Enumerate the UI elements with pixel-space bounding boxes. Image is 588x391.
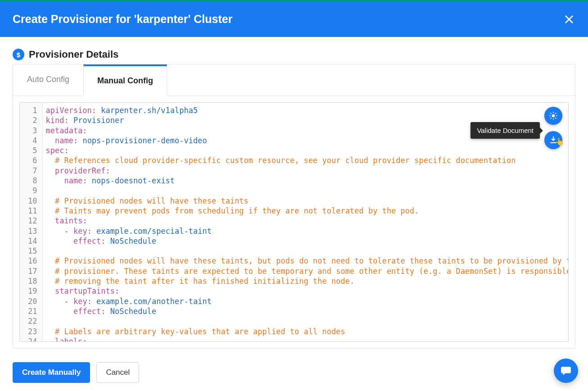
code-line: name: nops-doesnot-exist [45, 176, 565, 186]
svg-line-8 [556, 118, 556, 118]
code-line: spec: [45, 145, 565, 155]
code-line: effect: NoSchedule [45, 306, 565, 316]
editor-action-buttons [544, 107, 562, 149]
svg-line-10 [556, 113, 556, 114]
editor-wrap: 1 2 3 4 5 6 7 8 9 10 11 12 13 14 15 16 1… [13, 96, 575, 348]
theme-toggle-button[interactable] [544, 107, 562, 125]
code-line [45, 316, 565, 326]
editor-gutter: 1 2 3 4 5 6 7 8 9 10 11 12 13 14 15 16 1… [20, 103, 43, 341]
footer: Create Manually Cancel [0, 362, 588, 391]
section-title: Provisioner Details [29, 49, 118, 60]
svg-point-2 [552, 114, 555, 118]
code-line [45, 246, 565, 256]
dollar-icon: $ [13, 49, 24, 60]
code-line: effect: NoSchedule [45, 236, 565, 246]
cancel-button[interactable]: Cancel [96, 362, 139, 383]
sun-icon [549, 111, 558, 120]
code-line: labels: [45, 336, 565, 341]
code-line: - key: example.com/another-taint [45, 296, 565, 306]
tab-manual-config[interactable]: Manual Config [83, 64, 167, 96]
code-line: # References cloud provider-specific cus… [45, 155, 565, 165]
create-manually-button[interactable]: Create Manually [13, 362, 90, 383]
tab-auto-config[interactable]: Auto Config [13, 64, 83, 96]
svg-line-7 [551, 113, 551, 114]
code-line: # Taints may prevent pods from schedulin… [45, 206, 565, 216]
close-button[interactable] [563, 13, 575, 26]
code-line: apiVersion: karpenter.sh/v1alpha5 [45, 105, 565, 115]
validate-document-button[interactable] [544, 131, 562, 149]
code-line: # Provisioned nodes will have these tain… [45, 196, 565, 206]
chat-support-button[interactable] [554, 359, 578, 383]
svg-line-9 [551, 118, 551, 118]
code-line: # provisioner. These taints are expected… [45, 266, 565, 276]
content-area: $ Provisioner Details Auto Config Manual… [0, 37, 588, 349]
code-line: # Labels are arbitrary key-values that a… [45, 327, 565, 336]
section-header: $ Provisioner Details [13, 49, 575, 60]
modal-header: Create Provisioner for 'karpenter' Clust… [0, 0, 588, 37]
panel: Auto Config Manual Config 1 2 3 4 5 6 7 … [13, 64, 575, 349]
code-line: # Provisioned nodes will have these tain… [45, 256, 565, 266]
code-line [45, 186, 565, 196]
validate-tooltip: Validate Document [470, 122, 540, 139]
close-icon [564, 14, 574, 24]
chat-icon [560, 365, 572, 377]
modal-title: Create Provisioner for 'karpenter' Clust… [13, 13, 232, 26]
code-line: # removing the taint after it has finish… [45, 276, 565, 286]
code-line: startupTaints: [45, 286, 565, 296]
code-line: providerRef: [45, 166, 565, 176]
tabs: Auto Config Manual Config [13, 64, 575, 96]
download-icon [549, 136, 558, 145]
code-line: taints: [45, 216, 565, 226]
code-line: - key: example.com/special-taint [45, 226, 565, 236]
